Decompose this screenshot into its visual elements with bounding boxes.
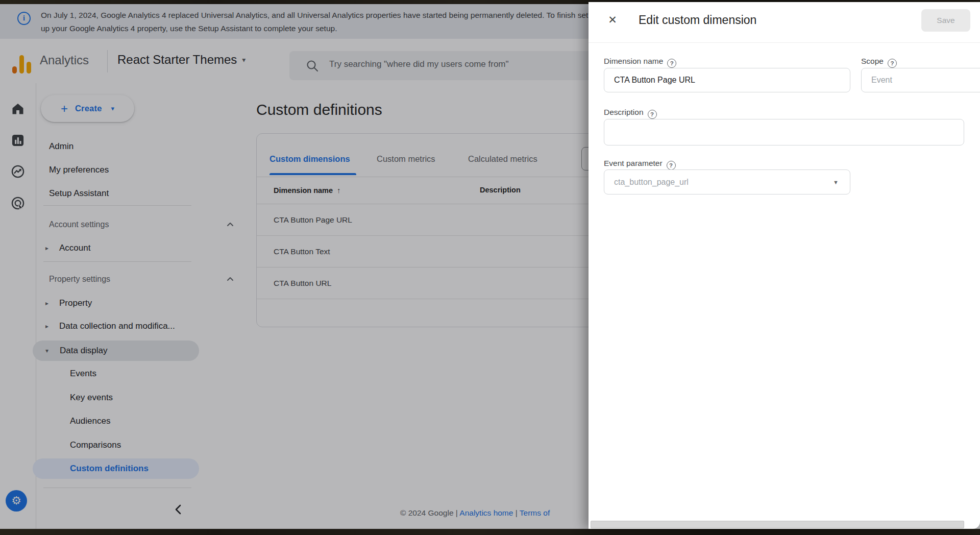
scope-label-text: Scope (861, 57, 884, 65)
description-label: Description? (604, 108, 657, 119)
help-icon[interactable]: ? (648, 110, 657, 119)
help-icon[interactable]: ? (667, 59, 676, 68)
desktop: { "icons": { "info": "i", "plus": "+", "… (0, 0, 980, 535)
scope-label: Scope? (861, 57, 897, 68)
event-parameter-label: Event parameter? (604, 159, 676, 170)
help-icon[interactable]: ? (888, 59, 897, 68)
scope-field: Event (861, 68, 980, 92)
save-button[interactable]: Save (921, 9, 970, 32)
dimension-name-label-text: Dimension name (604, 57, 663, 65)
scope-value: Event (871, 68, 892, 92)
edit-custom-dimension-panel: ✕ Edit custom dimension Save Dimension n… (589, 2, 980, 529)
description-field[interactable] (604, 119, 964, 145)
panel-title: Edit custom dimension (639, 13, 756, 27)
dropdown-caret-icon: ▼ (833, 170, 839, 194)
event-parameter-label-text: Event parameter (604, 159, 663, 167)
dimension-name-field[interactable]: CTA Button Page URL (604, 68, 850, 92)
event-parameter-value: cta_button_page_url (614, 170, 689, 194)
help-icon[interactable]: ? (667, 161, 676, 170)
horizontal-scrollbar[interactable] (591, 521, 964, 528)
panel-header-divider (589, 42, 980, 43)
dimension-name-value: CTA Button Page URL (614, 68, 695, 92)
dimension-name-label: Dimension name? (604, 57, 676, 68)
event-parameter-dropdown: cta_button_page_url ▼ (604, 169, 850, 194)
description-label-text: Description (604, 108, 644, 116)
close-icon[interactable]: ✕ (605, 12, 620, 28)
